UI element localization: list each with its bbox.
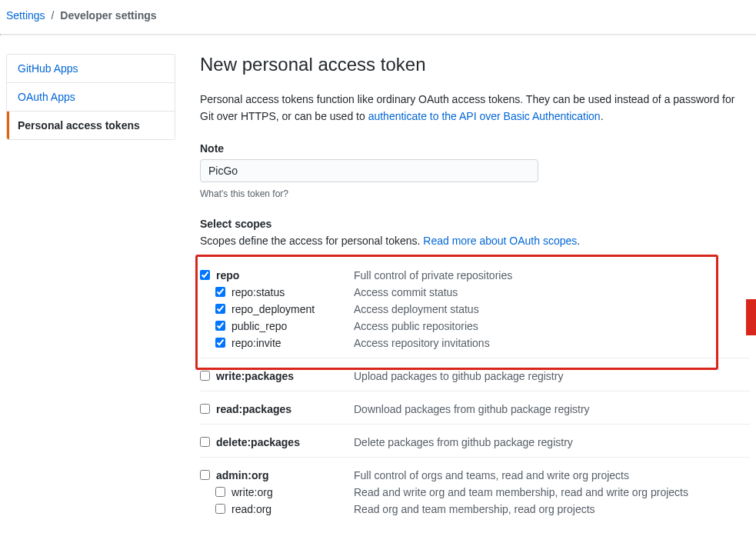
- note-input[interactable]: [200, 159, 538, 182]
- annotation-callout: 仅需要这些权限: [746, 299, 756, 335]
- scope-row-write-org: write:orgRead and write org and team mem…: [200, 484, 750, 501]
- scope-name: repo: [216, 269, 239, 281]
- scopes-list: 仅需要这些权限repoFull control of private repos…: [200, 258, 750, 524]
- scope-desc: Read and write org and team membership, …: [354, 486, 750, 498]
- sidebar-nav: GitHub Apps OAuth Apps Personal access t…: [6, 54, 175, 140]
- scope-desc: Full control of private repositories: [354, 269, 750, 281]
- scope-desc: Read org and team membership, read org p…: [354, 503, 750, 515]
- scope-label[interactable]: admin:org: [200, 469, 354, 481]
- scope-desc: Access commit status: [354, 286, 750, 298]
- sidebar: GitHub Apps OAuth Apps Personal access t…: [6, 54, 175, 524]
- scope-row-read-packages: read:packagesDownload packages from gith…: [200, 401, 750, 418]
- scope-checkbox-repo-deployment[interactable]: [215, 304, 225, 314]
- breadcrumb-settings[interactable]: Settings: [6, 9, 45, 22]
- scope-checkbox-read-packages[interactable]: [200, 404, 210, 414]
- scope-name: write:org: [231, 486, 273, 498]
- scope-name: public_repo: [231, 320, 287, 332]
- breadcrumb-current: Developer settings: [60, 9, 156, 22]
- page-title: New personal access token: [200, 54, 750, 75]
- scope-label[interactable]: write:packages: [200, 370, 354, 382]
- scope-desc: Access repository invitations: [354, 337, 750, 349]
- scope-checkbox-read-org[interactable]: [215, 504, 225, 514]
- scope-label[interactable]: repo: [200, 269, 354, 281]
- scope-checkbox-repo[interactable]: [200, 270, 210, 280]
- scope-row-admin-org: admin:orgFull control of orgs and teams,…: [200, 467, 750, 484]
- scopes-desc-post: .: [577, 235, 580, 247]
- scope-desc: Delete packages from github package regi…: [354, 436, 750, 448]
- scopes-desc: Scopes define the access for personal to…: [200, 235, 750, 247]
- scope-label[interactable]: repo:status: [215, 286, 354, 298]
- intro-post: .: [601, 110, 604, 122]
- scope-label[interactable]: repo:invite: [215, 337, 354, 349]
- scope-name: delete:packages: [216, 436, 300, 448]
- scope-group-write-packages: write:packagesUpload packages to github …: [200, 358, 750, 391]
- scope-desc: Download packages from github package re…: [354, 403, 750, 415]
- scopes-desc-pre: Scopes define the access for personal to…: [200, 235, 423, 247]
- main-content: New personal access token Personal acces…: [200, 54, 750, 524]
- scope-row-repo-deployment: repo_deploymentAccess deployment status: [200, 301, 750, 318]
- scope-name: repo:status: [231, 286, 285, 298]
- scope-name: admin:org: [216, 469, 268, 481]
- scope-group-admin-org: admin:orgFull control of orgs and teams,…: [200, 457, 750, 524]
- scope-checkbox-delete-packages[interactable]: [200, 437, 210, 447]
- scope-row-write-packages: write:packagesUpload packages to github …: [200, 368, 750, 385]
- scopes-label: Select scopes: [200, 218, 750, 230]
- scope-name: repo_deployment: [231, 303, 315, 315]
- auth-api-link[interactable]: authenticate to the API over Basic Authe…: [368, 110, 601, 122]
- scope-desc: Full control of orgs and teams, read and…: [354, 469, 750, 481]
- breadcrumb-separator: /: [51, 9, 54, 22]
- breadcrumb: Settings / Developer settings: [0, 0, 756, 34]
- scope-desc: Access public repositories: [354, 320, 750, 332]
- scope-checkbox-repo-invite[interactable]: [215, 338, 225, 348]
- scope-row-repo-status: repo:statusAccess commit status: [200, 284, 750, 301]
- note-label: Note: [200, 142, 750, 155]
- scope-row-public-repo: public_repoAccess public repositories: [200, 318, 750, 335]
- scope-label[interactable]: public_repo: [215, 320, 354, 332]
- scope-checkbox-write-org[interactable]: [215, 487, 225, 497]
- intro-text: Personal access tokens function like ord…: [200, 91, 750, 125]
- scope-desc: Upload packages to github package regist…: [354, 370, 750, 382]
- scope-name: write:packages: [216, 370, 294, 382]
- scope-label[interactable]: write:org: [215, 486, 354, 498]
- scope-label[interactable]: read:org: [215, 503, 354, 515]
- scope-desc: Access deployment status: [354, 303, 750, 315]
- scope-group-read-packages: read:packagesDownload packages from gith…: [200, 391, 750, 424]
- scope-label[interactable]: delete:packages: [200, 436, 354, 448]
- scope-name: read:packages: [216, 403, 291, 415]
- note-hint: What's this token for?: [200, 188, 750, 199]
- scope-label[interactable]: repo_deployment: [215, 303, 354, 315]
- sidebar-item-oauth-apps[interactable]: OAuth Apps: [7, 83, 175, 112]
- scope-checkbox-write-packages[interactable]: [200, 371, 210, 381]
- oauth-scopes-link[interactable]: Read more about OAuth scopes: [423, 235, 577, 247]
- scope-row-repo-invite: repo:inviteAccess repository invitations: [200, 335, 750, 351]
- scope-row-delete-packages: delete:packagesDelete packages from gith…: [200, 434, 750, 451]
- scope-checkbox-public-repo[interactable]: [215, 321, 225, 331]
- scope-checkbox-admin-org[interactable]: [200, 470, 210, 480]
- scope-label[interactable]: read:packages: [200, 403, 354, 415]
- scope-group-delete-packages: delete:packagesDelete packages from gith…: [200, 424, 750, 457]
- scope-row-repo: repoFull control of private repositories: [200, 267, 750, 284]
- sidebar-item-personal-tokens[interactable]: Personal access tokens: [7, 112, 175, 139]
- scope-group-repo: 仅需要这些权限repoFull control of private repos…: [200, 258, 750, 358]
- scope-row-read-org: read:orgRead org and team membership, re…: [200, 501, 750, 518]
- scope-name: read:org: [231, 503, 271, 515]
- scope-checkbox-repo-status[interactable]: [215, 287, 225, 297]
- sidebar-item-github-apps[interactable]: GitHub Apps: [7, 55, 175, 83]
- scope-name: repo:invite: [231, 337, 281, 349]
